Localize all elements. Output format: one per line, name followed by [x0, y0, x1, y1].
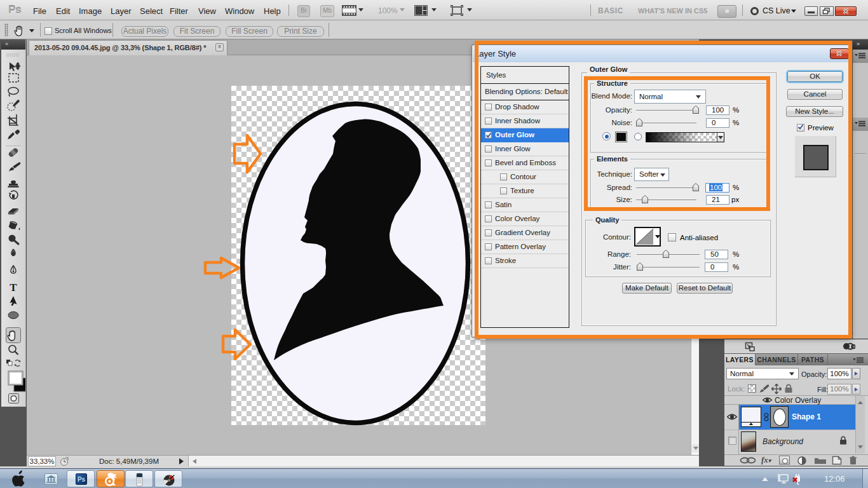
svg-text:T: T — [10, 281, 17, 294]
